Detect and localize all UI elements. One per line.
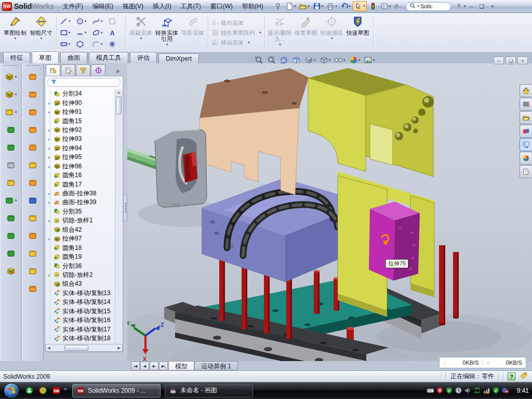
menu-窗口(W)[interactable]: 窗口(W) [206,1,237,12]
scene-icon[interactable]: ▾ [364,56,375,64]
tree-item-拉伸92[interactable]: ▶拉伸92 [46,126,115,135]
section-view-icon[interactable] [292,56,301,64]
dome-icon[interactable] [6,227,16,245]
tree-item-拉伸94[interactable]: ▶拉伸94 [46,144,115,153]
tree-item-圆角15[interactable]: 圆角15 [46,116,115,125]
appearances-icon[interactable] [520,152,531,165]
tree-item-拉伸91[interactable]: ▶拉伸91 [46,108,115,116]
fillet-icon[interactable]: ▾ [5,103,17,121]
new-document-icon[interactable]: ▾ [284,2,297,11]
tab-next-icon[interactable]: ▶ [150,362,158,370]
tree-item-圆角17[interactable]: 圆角17 [46,180,115,189]
close-button[interactable]: × [487,2,497,10]
menu-文件(F)[interactable]: 文件(F) [58,1,88,12]
spell-check-icon[interactable]: 沙.. [393,3,402,10]
tab-特征[interactable]: 特征 [3,52,30,63]
trim-surface-icon[interactable] [28,245,37,262]
tree-item-拉伸96[interactable]: ▶拉伸96 [46,162,115,171]
tree-item-分割35[interactable]: 分割35 [46,207,115,216]
tree-item-曲面-拉伸39[interactable]: ▶曲面-拉伸39 [46,198,115,207]
search-input[interactable] [420,3,447,9]
extend-surface-icon[interactable] [28,262,37,280]
region-select-icon[interactable] [107,16,123,27]
quick-launch-overflow-icon[interactable]: » [64,385,67,392]
tab-模具工具[interactable]: 模具工具 [89,52,128,63]
tree-item-切除-放样1[interactable]: ▶切除-放样1 [46,216,115,225]
keyboard-icon[interactable] [427,387,434,394]
menu-工具(T)[interactable]: 工具(T) [176,1,205,12]
language-icon[interactable] [501,387,509,394]
scrollbar-thumb[interactable] [116,97,122,114]
design-library-icon[interactable] [520,98,531,111]
combine-icon[interactable] [6,262,16,280]
tree-filter-box[interactable] [47,78,121,87]
part-clamp-block[interactable] [155,129,207,207]
tab-first-icon[interactable]: |◀ [131,362,140,370]
tree-item-实体-移动/复制18[interactable]: 实体-移动/复制18 [46,334,115,343]
menu-视图(V)[interactable]: 视图(V) [118,1,148,12]
scroll-up-icon[interactable]: ▲ [117,90,121,94]
offset-surface-icon[interactable] [28,192,37,209]
fm-tabs-overflow-icon[interactable]: » [113,68,122,76]
taskbar-window-未命名 - 画图[interactable]: 未命名 - 画图 [165,384,253,397]
minimize-button[interactable]: – [467,2,476,10]
display-style-icon[interactable]: ▾ [320,56,331,64]
graphics-viewport[interactable]: Y Z X 拉伸75 [127,63,532,361]
network-warning-icon[interactable] [483,387,490,394]
tab-曲面[interactable]: 曲面 [60,52,87,63]
tree-item-组合42[interactable]: 组合42 [46,225,115,234]
security-icon[interactable] [492,387,500,394]
sketch-point-icon[interactable] [107,38,123,50]
tree-item-实体-移动/复制17[interactable]: 实体-移动/复制17 [46,325,115,334]
doc-tab-运动算例 1[interactable]: 运动算例 1 [194,361,238,370]
tree-item-分割34[interactable]: 分割34 [46,89,115,98]
revolved-surface-icon[interactable] [28,86,37,103]
tag-icon[interactable] [520,371,528,381]
tree-vertical-scrollbar[interactable]: ▲▼ [115,89,122,351]
fm-tab-properties[interactable] [61,64,75,76]
doc-close-button[interactable]: × [517,57,528,64]
messenger-icon[interactable] [23,385,35,396]
extruded-cut-icon[interactable]: ▾ [5,86,17,103]
sketch-arc-icon[interactable]: ▾ [75,27,91,38]
select-icon[interactable]: ▾ [353,1,367,11]
pin-icon[interactable] [273,2,283,11]
antivirus-icon[interactable] [436,387,444,394]
tree-item-分割36[interactable]: 分割36 [46,261,115,270]
help-button[interactable]: ? [454,2,463,11]
filled-surface-icon[interactable] [28,156,37,174]
tree-item-圆角16[interactable]: 圆角16 [46,171,115,180]
shell-icon[interactable] [6,139,16,156]
doc-tab-模型[interactable]: 模型 [168,361,194,370]
doc-restore-button[interactable]: ❑ [506,57,516,64]
sync-icon[interactable] [473,387,481,394]
sketch-rectangle-icon[interactable]: ▾ [59,27,75,38]
tree-item-拉伸97[interactable]: ▶拉伸97 [46,234,115,243]
help-dropdown-icon[interactable]: ▾ [464,4,466,8]
curve-icon[interactable] [28,280,37,298]
sketch-line-icon[interactable]: ▾ [59,16,75,27]
extruded-surface-icon[interactable] [28,103,37,121]
linear-pattern-icon[interactable]: ▾ [5,192,17,209]
sketch-circle-icon[interactable]: ▾ [75,16,91,27]
tree-item-曲面-拉伸38[interactable]: ▶曲面-拉伸38 [46,189,115,198]
zoom-fit-icon[interactable] [255,56,263,64]
tab-DimXpert[interactable]: DimXpert [158,54,199,63]
radiate-surface-icon[interactable] [28,209,37,227]
home-icon[interactable] [520,84,531,97]
volume-icon[interactable] [464,387,472,394]
fm-tab-features[interactable] [46,64,60,76]
scroll-left-icon[interactable]: ◀ [47,346,50,350]
planar-surface-icon[interactable] [28,174,37,192]
boundary-surface-icon[interactable] [28,139,37,156]
scrollbar-thumb[interactable] [64,345,88,351]
sketch-ellipse-icon[interactable]: ▾ [91,27,107,38]
tab-prev-icon[interactable]: ◀ [140,362,149,370]
extruded-boss-icon[interactable]: ▾ [5,68,17,86]
part-slide-block[interactable] [369,202,420,281]
launcher-icon[interactable] [37,385,48,396]
tree-item-圆角19[interactable]: 圆角19 [46,252,115,261]
fm-tab-dimxpert[interactable] [91,64,105,76]
wrap-icon[interactable] [6,174,16,192]
cm-button-智能尺寸[interactable]: 智能尺寸▾ [28,15,54,51]
